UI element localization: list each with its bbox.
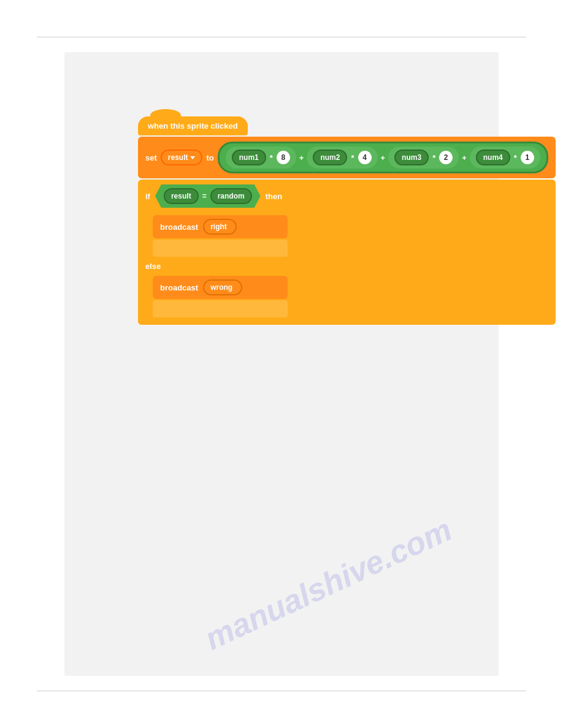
plus1: + bbox=[299, 153, 304, 162]
num2-expr[interactable]: num2 * 4 bbox=[307, 146, 377, 169]
result-var-label: result bbox=[168, 153, 188, 162]
broadcast-wrong-label: broadcast bbox=[160, 283, 198, 292]
else-body: broadcast wrong bbox=[138, 273, 556, 320]
if-block: if result = random then broadcast right bbox=[138, 180, 556, 325]
set-block[interactable]: set result to num1 * 8 + num2 * bbox=[138, 137, 556, 178]
set-label: set bbox=[145, 153, 157, 162]
if-header: if result = random then bbox=[138, 180, 556, 213]
mult4: * bbox=[514, 153, 517, 162]
else-slot bbox=[153, 300, 288, 317]
result-var-pill[interactable]: result bbox=[161, 150, 203, 165]
val1: 8 bbox=[277, 151, 290, 164]
num2-label: num2 bbox=[313, 150, 347, 165]
bottom-rule bbox=[37, 691, 526, 691]
num1-label: num1 bbox=[232, 150, 266, 165]
right-message-pill[interactable]: right bbox=[203, 219, 237, 235]
condition-eq: = bbox=[202, 192, 207, 200]
condition-block[interactable]: result = random bbox=[155, 184, 261, 208]
top-rule bbox=[37, 37, 526, 37]
hat-block-label: when this sprite clicked bbox=[148, 121, 238, 131]
mult2: * bbox=[351, 153, 354, 162]
plus3: + bbox=[462, 153, 467, 162]
condition-val: random bbox=[210, 188, 252, 204]
if-footer bbox=[138, 320, 556, 325]
num3-label: num3 bbox=[394, 150, 429, 165]
if-slot bbox=[153, 240, 288, 257]
num4-label: num4 bbox=[476, 150, 510, 165]
if-label: if bbox=[145, 192, 150, 201]
condition-var: result bbox=[164, 188, 199, 204]
val2: 4 bbox=[358, 151, 372, 164]
val3: 2 bbox=[439, 151, 453, 164]
hat-block[interactable]: when this sprite clicked bbox=[138, 116, 248, 135]
num4-expr[interactable]: num4 * 1 bbox=[470, 146, 540, 169]
wrong-message-pill[interactable]: wrong bbox=[203, 279, 242, 295]
broadcast-right-block[interactable]: broadcast right bbox=[153, 215, 288, 238]
broadcast-wrong-block[interactable]: broadcast wrong bbox=[153, 276, 288, 299]
plus2: + bbox=[381, 153, 386, 162]
val4: 1 bbox=[521, 151, 534, 164]
if-body: broadcast right bbox=[138, 213, 556, 259]
right-message: right bbox=[210, 222, 227, 231]
result-dropdown-arrow[interactable] bbox=[190, 156, 195, 159]
expression-block: num1 * 8 + num2 * 4 + num3 * 2 + bbox=[218, 142, 548, 173]
num1-expr[interactable]: num1 * 8 bbox=[226, 146, 296, 169]
wrong-message: wrong bbox=[210, 283, 232, 292]
mult1: * bbox=[270, 153, 273, 162]
canvas-area: manualshive.com when this sprite clicked… bbox=[64, 52, 499, 676]
else-bar: else bbox=[138, 259, 556, 273]
mult3: * bbox=[432, 153, 435, 162]
num3-expr[interactable]: num3 * 2 bbox=[388, 146, 459, 169]
else-label: else bbox=[145, 262, 161, 271]
watermark: manualshive.com bbox=[199, 511, 457, 658]
broadcast-right-label: broadcast bbox=[160, 222, 198, 232]
to-label: to bbox=[206, 153, 213, 162]
then-label: then bbox=[266, 192, 282, 201]
blocks-container: when this sprite clicked set result to n… bbox=[138, 116, 556, 325]
